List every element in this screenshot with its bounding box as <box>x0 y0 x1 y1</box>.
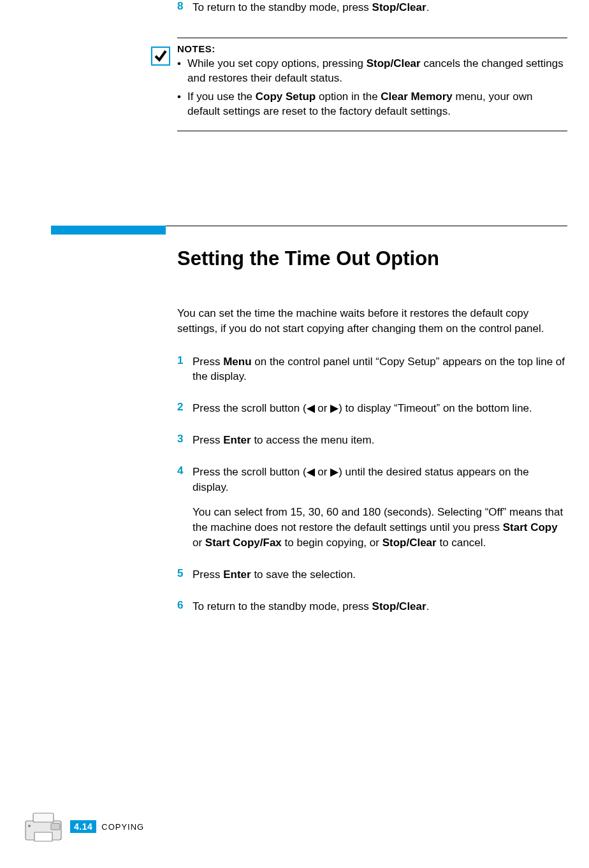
step-3-text: Press Enter to access the menu item. <box>193 433 374 448</box>
step-2: 2 Press the scroll button (◀ or ▶) to di… <box>177 401 567 416</box>
notes-icon <box>150 46 171 66</box>
triangle-left-icon: ◀ <box>307 465 315 480</box>
step-number-5: 5 <box>177 567 193 582</box>
footer-section-name: COPYING <box>101 822 144 832</box>
enter-bold-2: Enter <box>223 568 251 581</box>
step-2-post: ) to display “Timeout” on the bottom lin… <box>338 402 532 414</box>
step-6-post: . <box>426 600 430 612</box>
printer-icon <box>22 809 65 844</box>
step-number-6: 6 <box>177 599 193 614</box>
start-copy-fax-bold: Start Copy/Fax <box>205 537 282 549</box>
step-1: 1 Press Menu on the control panel until … <box>177 354 567 385</box>
stop-clear-bold-2: Stop/Clear <box>382 537 437 549</box>
enter-bold-1: Enter <box>223 434 251 446</box>
step-5-text: Press Enter to save the selection. <box>193 567 356 582</box>
triangle-right-icon: ▶ <box>330 465 338 480</box>
step-2-pre: Press the scroll button ( <box>193 402 307 414</box>
triangle-right-icon: ▶ <box>330 401 338 416</box>
step-6-text: To return to the standby mode, press Sto… <box>193 599 429 614</box>
notes-item-1-bold: Stop/Clear <box>367 57 421 69</box>
step-8-text-pre: To return to the standby mode, press <box>193 1 372 13</box>
step-4-pre: Press the scroll button ( <box>193 466 307 478</box>
step-8-text: To return to the standby mode, press Sto… <box>193 0 429 15</box>
notes-title: NOTES: <box>177 43 567 54</box>
triangle-left-icon: ◀ <box>307 401 315 416</box>
step-4-sub-post: to cancel. <box>437 537 486 549</box>
step-1-text: Press Menu on the control panel until “C… <box>193 354 567 385</box>
step-number-4: 4 <box>177 465 193 551</box>
step-4-sub-mid1: or <box>193 537 205 549</box>
step-5-post: to save the selection. <box>251 568 356 581</box>
step-5: 5 Press Enter to save the selection. <box>177 567 567 582</box>
top-content: 8 To return to the standby mode, press S… <box>177 0 567 131</box>
notes-item-1-pre: While you set copy options, pressing <box>187 57 367 69</box>
notes-list: While you set copy options, pressing Sto… <box>177 57 567 119</box>
step-number-3: 3 <box>177 433 193 448</box>
step-8: 8 To return to the standby mode, press S… <box>177 0 567 15</box>
svg-rect-2 <box>33 813 54 822</box>
step-2-mid: or <box>315 402 331 414</box>
step-4-subtext: You can select from 15, 30, 60 and 180 (… <box>193 505 567 550</box>
step-8-text-post: . <box>426 1 430 13</box>
step-4-text: Press the scroll button (◀ or ▶) until t… <box>193 465 567 551</box>
step-4: 4 Press the scroll button (◀ or ▶) until… <box>177 465 567 551</box>
step-4-mid: or <box>315 466 331 478</box>
divider-accent <box>51 226 166 235</box>
notes-item-2-pre: If you use the <box>187 90 256 103</box>
menu-bold: Menu <box>223 356 251 368</box>
section-body: You can set the time the machine waits b… <box>177 306 567 630</box>
svg-rect-3 <box>34 832 52 841</box>
step-6: 6 To return to the standby mode, press S… <box>177 599 567 614</box>
section-heading: Setting the Time Out Option <box>177 247 439 270</box>
step-number-1: 1 <box>177 354 193 385</box>
step-5-pre: Press <box>193 568 223 581</box>
svg-rect-4 <box>51 823 60 830</box>
svg-point-5 <box>28 825 31 827</box>
stop-clear-bold-3: Stop/Clear <box>372 600 426 612</box>
notes-item-2: If you use the Copy Setup option in the … <box>177 90 567 119</box>
step-3: 3 Press Enter to access the menu item. <box>177 433 567 448</box>
notes-box: NOTES: While you set copy options, press… <box>177 38 567 131</box>
notes-item-2-bold2: Clear Memory <box>381 90 452 103</box>
page-number-badge: 4.14 <box>70 820 96 833</box>
divider-line <box>166 226 567 226</box>
page-footer: 4.14 COPYING <box>22 809 144 844</box>
start-copy-bold: Start Copy <box>503 521 558 533</box>
section-divider <box>51 226 567 235</box>
step-3-pre: Press <box>193 434 223 446</box>
step-2-text: Press the scroll button (◀ or ▶) to disp… <box>193 401 532 416</box>
intro-paragraph: You can set the time the machine waits b… <box>177 306 567 336</box>
step-number-8: 8 <box>177 0 193 15</box>
notes-item-2-mid: option in the <box>316 90 381 103</box>
step-3-post: to access the menu item. <box>251 434 375 446</box>
step-4-sub-mid2: to begin copying, or <box>282 537 382 549</box>
notes-item-1: While you set copy options, pressing Sto… <box>177 57 567 86</box>
step-number-2: 2 <box>177 401 193 416</box>
step-6-pre: To return to the standby mode, press <box>193 600 372 612</box>
stop-clear-bold: Stop/Clear <box>372 1 426 13</box>
notes-item-2-bold1: Copy Setup <box>256 90 316 103</box>
step-1-pre: Press <box>193 356 223 368</box>
